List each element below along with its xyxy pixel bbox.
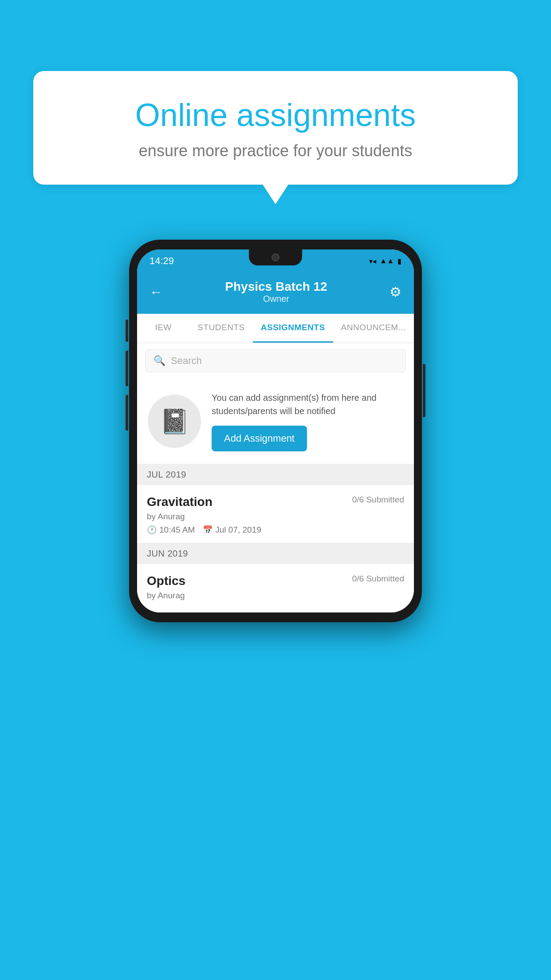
header-title: Physics Batch 12 <box>163 280 390 294</box>
assignment-name-optics: Optics <box>147 574 185 588</box>
search-bar[interactable]: 🔍 Search <box>145 349 406 372</box>
tab-assignments[interactable]: ASSIGNMENTS <box>253 314 333 343</box>
assignment-date-gravitation: 📅 Jul 07, 2019 <box>203 525 261 535</box>
phone-screen: 14:29 ▾◂ ▲▲ ▮ ← Physics Batch 12 Owner ⚙… <box>137 249 414 612</box>
month-header-jul: JUL 2019 <box>137 464 414 485</box>
phone-volume-up <box>126 320 128 342</box>
clock-icon: 🕐 <box>147 525 157 535</box>
speech-bubble-title: Online assignments <box>64 98 487 133</box>
assignment-icon-circle: 📓 <box>148 395 201 448</box>
phone-volume-down-2 <box>126 395 128 431</box>
status-icons: ▾◂ ▲▲ ▮ <box>369 257 401 265</box>
back-button[interactable]: ← <box>150 285 163 300</box>
time-text-gravitation: 10:45 AM <box>159 525 195 535</box>
month-header-jun: JUN 2019 <box>137 543 414 564</box>
status-time: 14:29 <box>150 255 174 267</box>
assignment-meta-gravitation: 🕐 10:45 AM 📅 Jul 07, 2019 <box>147 525 404 535</box>
tab-students[interactable]: STUDENTS <box>189 314 252 343</box>
notebook-icon: 📓 <box>160 407 189 435</box>
phone-mockup: 14:29 ▾◂ ▲▲ ▮ ← Physics Batch 12 Owner ⚙… <box>129 240 422 622</box>
app-header: ← Physics Batch 12 Owner ⚙ <box>137 273 414 314</box>
assignment-name-gravitation: Gravitation <box>147 495 213 509</box>
search-icon: 🔍 <box>153 355 165 367</box>
date-text-gravitation: Jul 07, 2019 <box>215 525 261 535</box>
speech-bubble-subtitle: ensure more practice for your students <box>64 142 487 160</box>
battery-icon: ▮ <box>398 257 401 265</box>
speech-bubble-card: Online assignments ensure more practice … <box>33 71 518 185</box>
assignment-time-gravitation: 🕐 10:45 AM <box>147 525 195 535</box>
assignment-item-top: Gravitation 0/6 Submitted <box>147 495 404 509</box>
header-center: Physics Batch 12 Owner <box>163 280 390 304</box>
add-assignment-description: You can add assignment(s) from here and … <box>212 391 403 418</box>
add-assignment-button[interactable]: Add Assignment <box>212 426 307 451</box>
search-bar-wrap: 🔍 Search <box>137 343 414 379</box>
add-assignment-right: You can add assignment(s) from here and … <box>212 391 403 451</box>
phone-notch <box>249 249 302 265</box>
tabs-bar: IEW STUDENTS ASSIGNMENTS ANNOUNCEM... <box>137 314 414 343</box>
phone-camera <box>272 253 279 261</box>
phone-volume-down-1 <box>126 351 128 386</box>
tab-iew[interactable]: IEW <box>137 314 189 343</box>
phone-body: 14:29 ▾◂ ▲▲ ▮ ← Physics Batch 12 Owner ⚙… <box>129 240 422 622</box>
signal-icon: ▲▲ <box>380 257 394 265</box>
assignment-submitted-gravitation: 0/6 Submitted <box>352 495 404 505</box>
assignment-item-top-optics: Optics 0/6 Submitted <box>147 574 404 588</box>
search-placeholder: Search <box>171 355 202 367</box>
calendar-icon: 📅 <box>203 525 213 535</box>
wifi-icon: ▾◂ <box>369 257 376 265</box>
add-assignment-card: 📓 You can add assignment(s) from here an… <box>137 379 414 464</box>
assignment-item-gravitation[interactable]: Gravitation 0/6 Submitted by Anurag 🕐 10… <box>137 485 414 543</box>
phone-power-button <box>423 364 425 417</box>
assignment-author-optics: by Anurag <box>147 591 404 601</box>
assignment-author-gravitation: by Anurag <box>147 512 404 522</box>
assignment-submitted-optics: 0/6 Submitted <box>352 574 404 584</box>
header-subtitle: Owner <box>163 294 390 304</box>
tab-announcements[interactable]: ANNOUNCEM... <box>333 314 414 343</box>
gear-icon[interactable]: ⚙ <box>390 284 401 300</box>
assignment-item-optics[interactable]: Optics 0/6 Submitted by Anurag <box>137 564 414 612</box>
